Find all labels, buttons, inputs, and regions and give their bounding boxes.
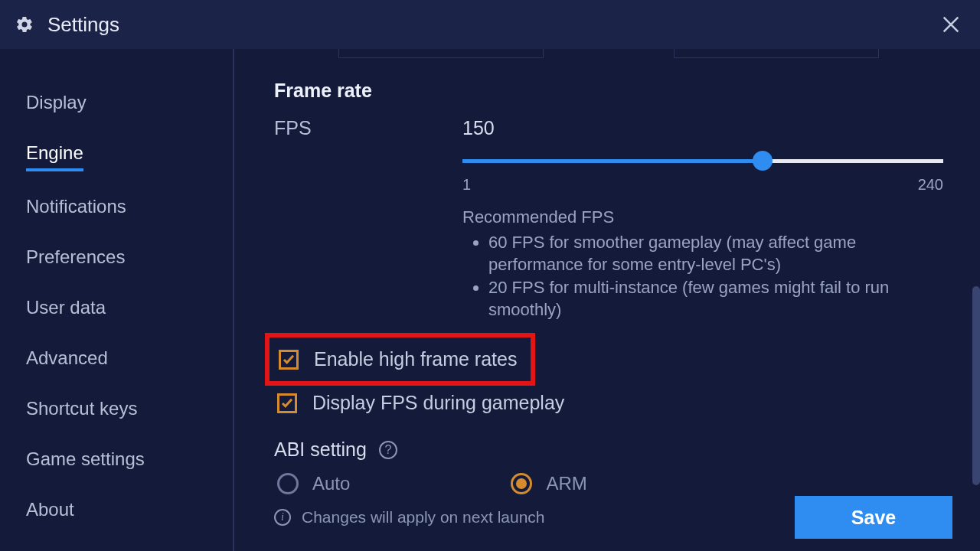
- display-fps-label: Display FPS during gameplay: [312, 392, 564, 414]
- frame-rate-heading: Frame rate: [274, 80, 943, 102]
- top-option-boxes: [274, 49, 943, 58]
- slider-thumb[interactable]: [753, 151, 773, 171]
- sidebar-item-user-data[interactable]: User data: [0, 285, 233, 335]
- help-icon[interactable]: ?: [379, 441, 397, 459]
- enable-high-frame-rates-label: Enable high frame rates: [314, 348, 517, 370]
- display-fps-row[interactable]: Display FPS during gameplay: [274, 387, 943, 419]
- fps-label: FPS: [274, 117, 462, 139]
- option-box[interactable]: [674, 49, 879, 58]
- page-title: Settings: [47, 13, 119, 37]
- fps-value: 150: [462, 117, 943, 139]
- scrollbar[interactable]: [972, 286, 980, 485]
- abi-option-auto[interactable]: Auto: [277, 473, 350, 494]
- sidebar-item-about[interactable]: About: [0, 487, 233, 537]
- sidebar-item-notifications[interactable]: Notifications: [0, 184, 233, 234]
- recommended-item: 20 FPS for multi-instance (few games mig…: [488, 277, 917, 321]
- close-icon[interactable]: [940, 14, 962, 35]
- save-button[interactable]: Save: [795, 496, 952, 539]
- sidebar-item-advanced[interactable]: Advanced: [0, 335, 233, 386]
- slider-max-label: 240: [918, 176, 943, 194]
- enable-high-frame-rates-row[interactable]: Enable high frame rates: [276, 344, 517, 375]
- apply-note-text: Changes will apply on next launch: [302, 508, 545, 527]
- checkbox-icon[interactable]: [279, 350, 299, 370]
- highlight-box: Enable high frame rates: [265, 333, 535, 386]
- radio-icon[interactable]: [511, 473, 532, 494]
- slider-min-label: 1: [462, 176, 471, 194]
- sidebar-item-preferences[interactable]: Preferences: [0, 234, 233, 285]
- checkbox-icon[interactable]: [277, 393, 297, 413]
- recommended-item: 60 FPS for smoother gameplay (may affect…: [488, 232, 917, 276]
- slider-fill: [462, 159, 763, 163]
- radio-icon[interactable]: [277, 473, 299, 494]
- abi-option-arm[interactable]: ARM: [511, 473, 586, 494]
- sidebar-item-shortcut-keys[interactable]: Shortcut keys: [0, 386, 233, 436]
- recommended-list: 60 FPS for smoother gameplay (may affect…: [462, 232, 943, 321]
- abi-auto-label: Auto: [312, 473, 350, 494]
- abi-heading: ABI setting: [274, 439, 367, 461]
- option-box[interactable]: [338, 49, 544, 58]
- abi-arm-label: ARM: [546, 473, 586, 494]
- apply-note: i Changes will apply on next launch: [274, 508, 545, 527]
- sidebar-item-game-settings[interactable]: Game settings: [0, 436, 233, 487]
- sidebar-item-engine[interactable]: Engine: [0, 130, 233, 184]
- content-pane: Frame rate FPS 150 1 240 Recommended FPS…: [234, 49, 980, 551]
- recommended-title: Recommended FPS: [462, 207, 943, 227]
- gear-icon: [15, 15, 34, 34]
- header: Settings: [0, 0, 980, 49]
- fps-slider[interactable]: [462, 153, 943, 168]
- sidebar-item-display[interactable]: Display: [0, 80, 233, 130]
- sidebar: Display Engine Notifications Preferences…: [0, 49, 234, 551]
- info-icon: i: [274, 509, 291, 526]
